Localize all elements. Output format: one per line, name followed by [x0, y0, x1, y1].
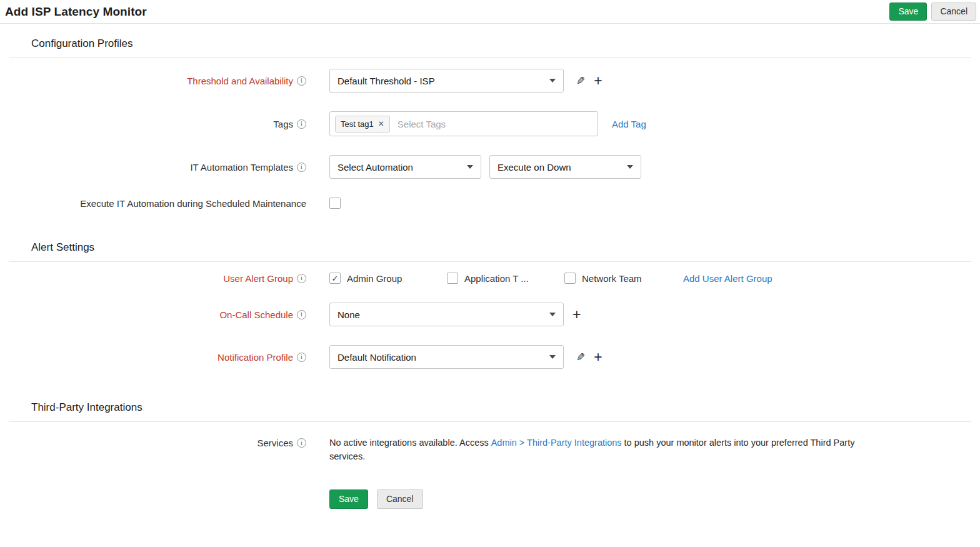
on-call-schedule-value: None	[338, 309, 360, 320]
footer-actions: Save Cancel	[329, 489, 980, 509]
user-alert-group-option-application-team[interactable]: Application T ...	[447, 273, 564, 284]
save-button-bottom[interactable]: Save	[329, 489, 368, 509]
configuration-profiles-heading: Configuration Profiles	[9, 24, 971, 58]
add-notification-profile-icon[interactable]	[594, 350, 602, 364]
row-tags: Tags Test tag1 Select Tags Add Tag	[0, 111, 980, 136]
info-icon[interactable]	[297, 438, 306, 448]
threshold-profile-select[interactable]: Default Threshold - ISP	[329, 69, 564, 93]
add-isp-latency-monitor-page: Add ISP Latency Monitor Save Cancel Conf…	[0, 0, 980, 547]
third-party-integrations-heading: Third-Party Integrations	[9, 388, 971, 422]
checkbox[interactable]	[329, 273, 341, 284]
it-automation-templates-label-text: IT Automation Templates	[190, 162, 293, 173]
threshold-availability-label-text: Threshold and Availability	[187, 76, 293, 86]
section-alert-settings: Alert Settings User Alert Group Admin Gr…	[0, 228, 980, 369]
notification-profile-value: Default Notification	[338, 352, 416, 363]
chevron-down-icon	[549, 355, 556, 359]
row-notification-profile: Notification Profile Default Notificatio…	[0, 345, 980, 369]
header-actions: Save Cancel	[889, 3, 976, 21]
save-button[interactable]: Save	[889, 3, 927, 21]
threshold-profile-value: Default Threshold - ISP	[338, 76, 435, 86]
edit-threshold-profile-icon[interactable]	[576, 74, 585, 88]
info-icon[interactable]	[297, 76, 306, 86]
user-alert-group-label-text: User Alert Group	[223, 273, 293, 284]
user-alert-group-field: Admin Group Application T ... Network Te…	[329, 273, 772, 284]
page-title: Add ISP Latency Monitor	[5, 5, 147, 19]
services-message-before: No active integrations available. Access	[329, 438, 489, 448]
chevron-down-icon	[549, 79, 556, 83]
info-icon[interactable]	[297, 310, 306, 319]
execute-maintenance-field	[329, 198, 341, 209]
row-execute-maintenance: Execute IT Automation during Scheduled M…	[0, 198, 980, 209]
tags-label: Tags	[0, 119, 306, 129]
section-title: Alert Settings	[31, 241, 971, 254]
tag-chip-label: Test tag1	[341, 119, 374, 129]
checkbox-label: Application T ...	[464, 273, 529, 284]
page-header: Add ISP Latency Monitor Save Cancel	[0, 0, 980, 24]
checkbox[interactable]	[564, 273, 576, 284]
alert-settings-rows: User Alert Group Admin Group Application…	[0, 262, 980, 369]
user-alert-group-option-network-team[interactable]: Network Team	[564, 273, 682, 284]
add-on-call-schedule-icon[interactable]	[572, 308, 581, 322]
cancel-button-bottom[interactable]: Cancel	[377, 489, 423, 509]
on-call-schedule-select[interactable]: None	[329, 303, 564, 326]
section-title: Third-Party Integrations	[31, 401, 971, 414]
services-label-text: Services	[257, 438, 293, 448]
chevron-down-icon	[467, 165, 473, 169]
row-threshold-availability: Threshold and Availability Default Thres…	[0, 69, 980, 93]
automation-select-value: Select Automation	[338, 162, 413, 173]
edit-notification-profile-icon[interactable]	[576, 351, 585, 364]
row-services: Services No active integrations availabl…	[0, 436, 980, 463]
execute-maintenance-label: Execute IT Automation during Scheduled M…	[0, 198, 306, 209]
cancel-button[interactable]: Cancel	[931, 3, 976, 21]
on-call-schedule-field: None	[329, 303, 581, 326]
user-alert-group-option-admin-group[interactable]: Admin Group	[329, 273, 447, 284]
automation-select[interactable]: Select Automation	[329, 155, 481, 179]
chevron-down-icon	[627, 165, 633, 169]
info-icon[interactable]	[297, 274, 306, 283]
third-party-integrations-link[interactable]: Admin > Third-Party Integrations	[491, 438, 622, 448]
tags-label-text: Tags	[273, 119, 293, 129]
notification-profile-label-text: Notification Profile	[218, 352, 293, 363]
row-it-automation-templates: IT Automation Templates Select Automatio…	[0, 155, 980, 179]
info-icon[interactable]	[297, 119, 306, 129]
configuration-profiles-rows: Threshold and Availability Default Thres…	[0, 58, 980, 209]
it-automation-templates-field: Select Automation Execute on Down	[329, 155, 641, 179]
services-field: No active integrations available. Access…	[329, 436, 870, 463]
add-threshold-profile-icon[interactable]	[594, 74, 602, 88]
chevron-down-icon	[549, 313, 556, 316]
row-on-call-schedule: On-Call Schedule None	[0, 303, 980, 326]
third-party-rows: Services No active integrations availabl…	[0, 422, 980, 463]
notification-profile-select[interactable]: Default Notification	[329, 345, 564, 369]
user-alert-group-label: User Alert Group	[0, 273, 306, 284]
threshold-availability-label: Threshold and Availability	[0, 76, 306, 86]
section-title: Configuration Profiles	[31, 38, 971, 50]
add-tag-link[interactable]: Add Tag	[612, 119, 646, 129]
remove-tag-icon[interactable]	[378, 119, 384, 128]
tags-placeholder: Select Tags	[398, 119, 446, 129]
tags-input[interactable]: Test tag1 Select Tags	[329, 111, 598, 136]
services-label: Services	[0, 436, 306, 448]
section-third-party-integrations: Third-Party Integrations Services No act…	[0, 388, 980, 463]
threshold-availability-field: Default Threshold - ISP	[329, 69, 602, 93]
it-automation-templates-label: IT Automation Templates	[0, 162, 306, 173]
on-call-schedule-label: On-Call Schedule	[0, 309, 306, 320]
add-user-alert-group-link[interactable]: Add User Alert Group	[683, 273, 772, 284]
execute-maintenance-label-text: Execute IT Automation during Scheduled M…	[80, 198, 306, 209]
section-configuration-profiles: Configuration Profiles Threshold and Ava…	[0, 24, 980, 209]
services-message: No active integrations available. Access…	[329, 436, 870, 463]
automation-action-select[interactable]: Execute on Down	[489, 155, 641, 179]
notification-profile-field: Default Notification	[329, 345, 602, 369]
checkbox-label: Admin Group	[347, 273, 402, 284]
on-call-schedule-label-text: On-Call Schedule	[219, 309, 293, 320]
tags-field: Test tag1 Select Tags Add Tag	[329, 111, 646, 136]
alert-settings-heading: Alert Settings	[9, 228, 971, 262]
checkbox-label: Network Team	[582, 273, 642, 284]
row-user-alert-group: User Alert Group Admin Group Application…	[0, 273, 980, 284]
execute-maintenance-checkbox[interactable]	[329, 198, 341, 209]
info-icon[interactable]	[297, 163, 306, 172]
checkbox[interactable]	[447, 273, 458, 284]
info-icon[interactable]	[297, 353, 306, 362]
notification-profile-label: Notification Profile	[0, 352, 306, 363]
automation-action-value: Execute on Down	[498, 162, 571, 173]
tag-chip[interactable]: Test tag1	[335, 116, 390, 133]
